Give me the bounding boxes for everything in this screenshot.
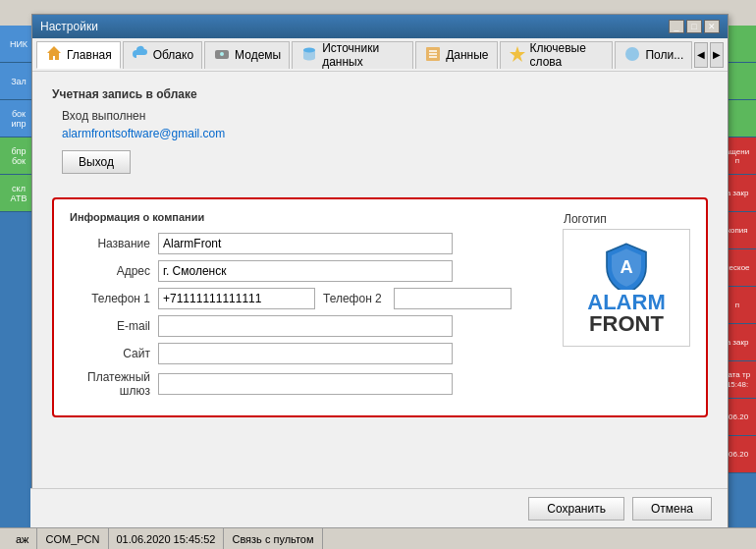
maximize-button[interactable]: □	[686, 20, 702, 33]
status-segment-4: Связь с пультом	[224, 528, 322, 549]
tab-poly[interactable]: Поли...	[615, 41, 692, 69]
field-input-phone2[interactable]	[394, 288, 512, 309]
svg-point-3	[220, 52, 224, 56]
datasource-icon	[300, 45, 318, 66]
field-input-address[interactable]	[158, 260, 453, 282]
tab-glavnaya[interactable]: Главная	[36, 41, 121, 69]
field-label-gateway: Платежный шлюз	[70, 370, 158, 398]
dialog-titlebar: Настройки _ □ ✕	[32, 15, 728, 38]
phone2-label: Телефон 2	[323, 292, 382, 305]
toolbar-nav-left[interactable]: ◀	[694, 42, 708, 68]
tab-istochniki[interactable]: Источники данных	[292, 41, 413, 69]
tab-oblako[interactable]: Облако	[123, 41, 202, 69]
company-section: Информация о компании Логотип A ALARM FR…	[52, 197, 708, 417]
field-input-gateway[interactable]	[158, 373, 453, 395]
field-label-phone1: Телефон 1	[70, 292, 158, 305]
settings-dialog: Настройки _ □ ✕ Главная Облако Модемы	[31, 14, 729, 529]
tab-dannye-label: Данные	[446, 48, 488, 62]
status-segment-1: аж	[8, 528, 37, 549]
field-input-name[interactable]	[158, 233, 453, 254]
titlebar-controls: _ □ ✕	[669, 20, 720, 33]
tab-modemy-label: Модемы	[235, 48, 281, 62]
toolbar-nav-right[interactable]: ▶	[710, 42, 724, 68]
close-button[interactable]: ✕	[704, 20, 720, 33]
status-segment-2: COM_PCN	[37, 528, 108, 549]
logo-text-front: FRONT	[589, 313, 664, 335]
cloud-account-title: Учетная запись в облаке	[52, 87, 708, 101]
tab-dannye[interactable]: Данные	[415, 41, 497, 69]
logo-area: Логотип A ALARM FRONT	[563, 229, 690, 347]
svg-point-9	[625, 47, 639, 61]
save-button[interactable]: Сохранить	[528, 497, 624, 521]
data-icon	[424, 45, 442, 66]
field-row-gateway: Платежный шлюз	[70, 370, 690, 398]
logout-button[interactable]: Выход	[62, 150, 131, 174]
field-label-address: Адрес	[70, 264, 158, 278]
login-email: alarmfrontsoftware@gmail.com	[52, 127, 708, 140]
status-segment-3: 01.06.2020 15:45:52	[109, 528, 225, 549]
field-input-site[interactable]	[158, 343, 453, 364]
status-text-1: аж	[16, 533, 28, 545]
tab-modemy[interactable]: Модемы	[204, 41, 290, 69]
cancel-button[interactable]: Отмена	[632, 497, 712, 521]
field-label-name: Название	[70, 237, 158, 250]
tab-keywords-label: Ключевые слова	[530, 41, 605, 69]
shield-icon: A	[602, 241, 651, 290]
tab-glavnaya-label: Главная	[67, 48, 112, 62]
field-label-site: Сайт	[70, 347, 158, 360]
minimize-button[interactable]: _	[669, 20, 684, 33]
modem-icon	[213, 45, 231, 66]
status-text-3: 01.06.2020 15:45:52	[117, 533, 216, 545]
inner-toolbar: Главная Облако Модемы Источники данных Д…	[32, 38, 728, 72]
dialog-title: Настройки	[40, 20, 98, 33]
home-icon	[45, 44, 63, 65]
cloud-icon	[132, 45, 149, 66]
field-label-email: E-mail	[70, 319, 158, 333]
dialog-footer: Сохранить Отмена	[30, 488, 728, 528]
status-bar: аж COM_PCN 01.06.2020 15:45:52 Связь с п…	[0, 527, 756, 549]
keyword-icon	[509, 45, 526, 66]
tab-poly-label: Поли...	[645, 48, 683, 62]
logo-label: Логотип	[564, 212, 607, 226]
tab-oblako-label: Облако	[153, 48, 193, 62]
status-text-4: Связь с пультом	[232, 533, 313, 545]
tab-keywords[interactable]: Ключевые слова	[500, 41, 614, 69]
logo-text-alarm: ALARM	[587, 292, 665, 313]
field-input-phone1[interactable]	[158, 288, 315, 309]
svg-text:A: A	[620, 256, 632, 277]
status-text-2: COM_PCN	[45, 533, 99, 545]
dialog-content: Учетная запись в облаке Вход выполнен al…	[32, 72, 728, 433]
phone-row: Телефон 2	[158, 288, 512, 309]
alarm-front-logo: A ALARM FRONT	[579, 233, 673, 343]
login-status: Вход выполнен	[52, 109, 708, 123]
field-input-email[interactable]	[158, 315, 453, 337]
poly-icon	[623, 45, 641, 66]
tab-istochniki-label: Источники данных	[322, 41, 405, 69]
